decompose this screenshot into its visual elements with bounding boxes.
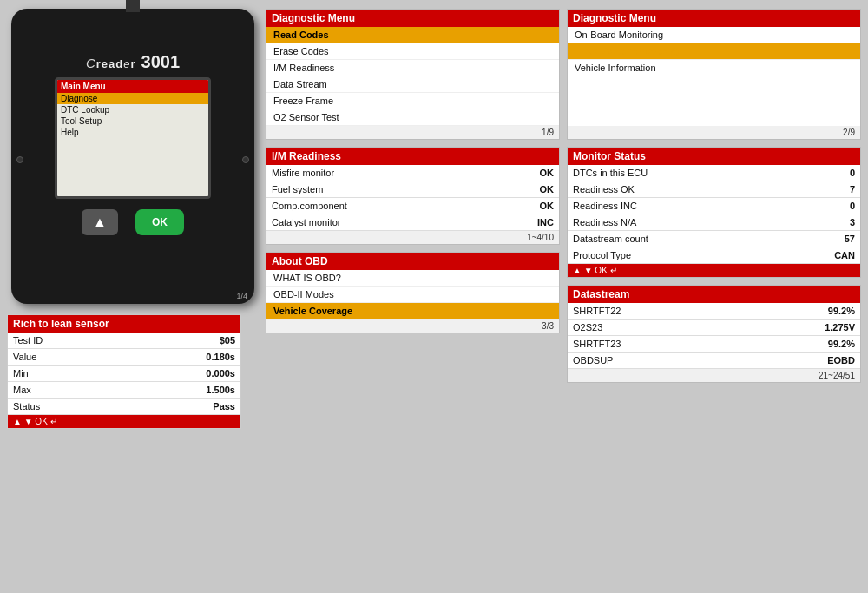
im-row-misfire: Misfire monitor OK bbox=[266, 165, 559, 181]
diag-menu-item-evap[interactable]: Evap-System(Mode$ 8) bbox=[568, 43, 860, 60]
im-readiness-body: Misfire monitor OK Fuel system OK Comp.c… bbox=[266, 165, 559, 231]
diag-menu-item-o2-sensor[interactable]: O2 Sensor Test bbox=[266, 109, 559, 126]
ms-value-ok: 7 bbox=[850, 184, 855, 194]
screen-menu-dtc[interactable]: DTC Lookup bbox=[57, 104, 208, 115]
about-obd-item-what[interactable]: WHAT IS OBD? bbox=[266, 270, 559, 287]
about-obd-item-modes[interactable]: OBD-II Modes bbox=[266, 287, 559, 303]
brand-label: Creader bbox=[86, 56, 136, 70]
ms-row-protocol: Protocol Type CAN bbox=[568, 247, 860, 264]
ms-row-dtcs: DTCs in this ECU 0 bbox=[568, 165, 860, 181]
right-column: Diagnostic Menu On-Board Monitoring Evap… bbox=[567, 9, 861, 383]
table-row: Test ID $05 bbox=[8, 333, 240, 349]
device-column: Creader 3001 Main Menu Diagnose DTC Look… bbox=[7, 9, 259, 429]
diagnostic-menu-1-panel: Diagnostic Menu Read Codes Erase Codes I… bbox=[266, 9, 560, 140]
im-label-misfire: Misfire monitor bbox=[272, 168, 334, 178]
label-test-id: Test ID bbox=[8, 333, 125, 349]
rich-to-lean-panel: Rich to lean sensor Test ID $05 Value 0.… bbox=[7, 314, 241, 429]
ds-value-obdsup: EOBD bbox=[827, 355, 855, 366]
ok-button[interactable]: OK bbox=[135, 209, 184, 235]
model-label: 3001 bbox=[141, 52, 181, 72]
ms-value-datastream: 57 bbox=[845, 234, 855, 244]
triangle-icon: ▲ bbox=[93, 214, 107, 230]
monitor-status-panel: Monitor Status DTCs in this ECU 0 Readin… bbox=[567, 147, 861, 278]
datastream-header: Datastream bbox=[568, 286, 860, 303]
screw-right bbox=[242, 156, 249, 163]
ds-value-o2s23: 1.275V bbox=[825, 322, 855, 333]
screen-menu-diagnose[interactable]: Diagnose bbox=[57, 93, 208, 104]
monitor-status-body: DTCs in this ECU 0 Readiness OK 7 Readin… bbox=[568, 165, 860, 264]
monitor-status-header: Monitor Status bbox=[568, 148, 860, 165]
im-label-catalyst: Catalyst monitor bbox=[272, 217, 340, 227]
im-readiness-panel: I/M Readiness Misfire monitor OK Fuel sy… bbox=[266, 147, 560, 245]
ok-label: OK bbox=[152, 216, 168, 228]
diag-menu-1-header: Diagnostic Menu bbox=[266, 10, 559, 27]
screen-menu-toolsetup[interactable]: Tool Setup bbox=[57, 115, 208, 127]
im-row-catalyst: Catalyst monitor INC bbox=[266, 214, 559, 231]
datastream-footer: 21~24/51 bbox=[568, 369, 860, 382]
footer-controls: ▲ ▼ OK ↵ bbox=[13, 417, 57, 426]
datastream-body: SHRTFT22 99.2% O2S23 1.275V SHRTFT23 99.… bbox=[568, 303, 860, 369]
diag-menu-item-vehicle-info[interactable]: Vehicle Information bbox=[568, 60, 860, 76]
ms-label-ok: Readiness OK bbox=[573, 184, 635, 194]
ms-row-ok: Readiness OK 7 bbox=[568, 181, 860, 198]
about-obd-footer: 3/3 bbox=[266, 320, 559, 333]
im-value-fuel: OK bbox=[540, 184, 555, 194]
im-row-fuel: Fuel system OK bbox=[266, 181, 559, 198]
ds-row-obdsup: OBDSUP EOBD bbox=[568, 353, 860, 369]
diag-menu-item-erase-codes[interactable]: Erase Codes bbox=[266, 43, 559, 60]
device-buttons: ▲ OK bbox=[82, 209, 184, 235]
diag-menu-item-read-codes[interactable]: Read Codes bbox=[266, 27, 559, 43]
ds-label-shrtft23: SHRTFT23 bbox=[573, 339, 621, 349]
diag-menu-2-footer: 2/9 bbox=[568, 126, 860, 139]
about-obd-header: About OBD bbox=[266, 253, 559, 270]
triangle-button[interactable]: ▲ bbox=[82, 209, 118, 235]
value-min: 0.000s bbox=[125, 366, 240, 382]
ms-label-inc: Readiness INC bbox=[573, 201, 637, 211]
main-container: Creader 3001 Main Menu Diagnose DTC Look… bbox=[0, 0, 868, 593]
diag-menu-item-im-readiness[interactable]: I/M Readiness bbox=[266, 60, 559, 76]
diag-menu-1-footer: 1/9 bbox=[266, 126, 559, 139]
diag-menu-item-onboard[interactable]: On-Board Monitoring bbox=[568, 27, 860, 43]
im-label-comp: Comp.component bbox=[272, 201, 347, 211]
ms-row-datastream: Datastream count 57 bbox=[568, 231, 860, 247]
diag-menu-item-freeze-frame[interactable]: Freeze Frame bbox=[266, 93, 559, 109]
monitor-status-footer: ▲ ▼ OK ↵ bbox=[568, 264, 860, 277]
im-value-misfire: OK bbox=[540, 168, 555, 178]
diag-menu-item-data-stream[interactable]: Data Stream bbox=[266, 76, 559, 93]
diag-menu-2-header: Diagnostic Menu bbox=[568, 10, 860, 27]
rich-to-lean-footer: ▲ ▼ OK ↵ bbox=[8, 415, 240, 428]
im-readiness-footer: 1~4/10 bbox=[266, 231, 559, 244]
table-row: Max 1.500s bbox=[8, 382, 240, 399]
about-obd-panel: About OBD WHAT IS OBD? OBD-II Modes Vehi… bbox=[266, 252, 560, 333]
ms-row-inc: Readiness INC 0 bbox=[568, 198, 860, 214]
label-status: Status bbox=[8, 399, 125, 415]
ms-value-na: 3 bbox=[850, 217, 855, 227]
ms-label-na: Readiness N/A bbox=[573, 217, 636, 227]
rich-to-lean-table: Test ID $05 Value 0.180s Min 0.000s Max … bbox=[8, 333, 240, 415]
screw-left bbox=[16, 156, 23, 163]
label-min: Min bbox=[8, 366, 125, 382]
ds-label-shrtft22: SHRTFT22 bbox=[573, 306, 621, 316]
ds-row-shrtft23: SHRTFT23 99.2% bbox=[568, 336, 860, 353]
mid-column: Diagnostic Menu Read Codes Erase Codes I… bbox=[266, 9, 560, 333]
table-row: Min 0.000s bbox=[8, 366, 240, 382]
label-max: Max bbox=[8, 382, 125, 399]
ds-row-o2s23: O2S23 1.275V bbox=[568, 320, 860, 336]
im-value-comp: OK bbox=[540, 201, 555, 211]
value-status: Pass bbox=[125, 399, 240, 415]
im-readiness-header: I/M Readiness bbox=[266, 148, 559, 165]
ms-row-na: Readiness N/A 3 bbox=[568, 214, 860, 231]
ms-label-dtcs: DTCs in this ECU bbox=[573, 168, 648, 178]
ms-value-protocol: CAN bbox=[834, 250, 855, 260]
table-row: Status Pass bbox=[8, 399, 240, 415]
screen-menu-help[interactable]: Help bbox=[57, 127, 208, 138]
ds-value-shrtft23: 99.2% bbox=[828, 339, 855, 349]
ds-label-o2s23: O2S23 bbox=[573, 322, 602, 333]
ms-value-dtcs: 0 bbox=[850, 168, 855, 178]
value-value: 0.180s bbox=[125, 349, 240, 366]
label-value: Value bbox=[8, 349, 125, 366]
about-obd-item-coverage[interactable]: Vehicle Coverage bbox=[266, 303, 559, 320]
value-test-id: $05 bbox=[125, 333, 240, 349]
ms-label-datastream: Datastream count bbox=[573, 234, 648, 244]
device-screen: Main Menu Diagnose DTC Lookup Tool Setup… bbox=[55, 77, 211, 199]
